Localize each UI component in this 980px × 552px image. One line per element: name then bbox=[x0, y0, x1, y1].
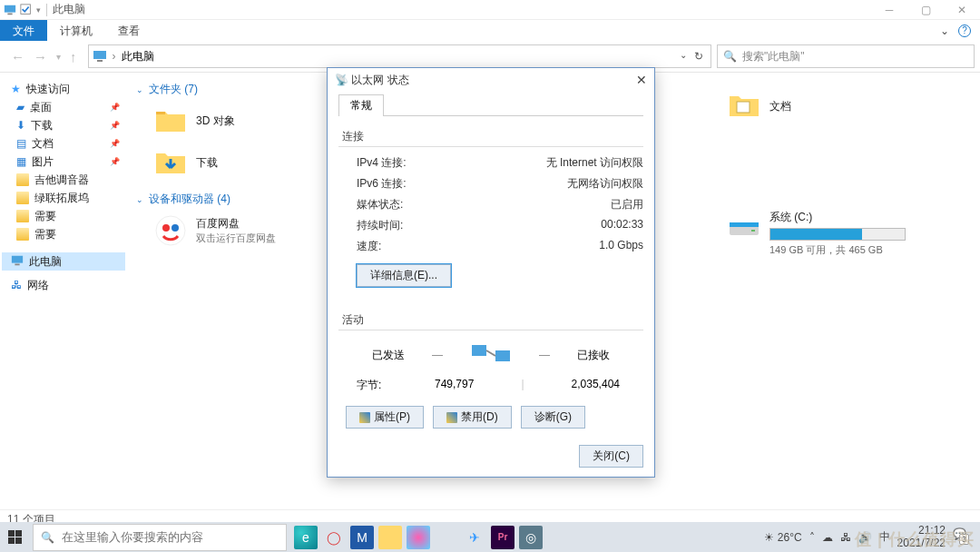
up-button[interactable]: ↑ bbox=[70, 49, 77, 64]
history-dropdown-icon[interactable]: ▾ bbox=[56, 52, 61, 62]
recv-label: 已接收 bbox=[577, 348, 610, 363]
pc-icon bbox=[11, 254, 24, 270]
ime-icon[interactable]: 中 bbox=[879, 529, 890, 545]
download-icon: ⬇ bbox=[16, 119, 25, 132]
maximize-button[interactable]: ▢ bbox=[907, 0, 944, 20]
item-drive-c[interactable]: 系统 (C:) 149 GB 可用，共 465 GB bbox=[720, 206, 976, 261]
app-icon[interactable]: ✈ bbox=[463, 526, 486, 549]
tray-expand-icon[interactable]: ˄ bbox=[809, 531, 815, 544]
svg-rect-17 bbox=[8, 530, 15, 537]
dialog-tabs: 常规 bbox=[338, 94, 643, 116]
search-icon: 🔍 bbox=[41, 531, 54, 544]
ribbon-expand-icon[interactable]: ⌄ bbox=[940, 25, 949, 37]
ribbon: 文件 计算机 查看 ⌄ ? bbox=[0, 20, 980, 41]
minimize-button[interactable]: ─ bbox=[871, 0, 907, 20]
breadcrumb[interactable]: 此电脑 bbox=[122, 49, 154, 64]
help-icon[interactable]: ? bbox=[958, 25, 971, 37]
sidebar-item-documents[interactable]: ▤文档📌 bbox=[2, 134, 125, 153]
sidebar-item-folder[interactable]: 绿联拓展坞 bbox=[2, 189, 125, 207]
details-button[interactable]: 详细信息(E)... bbox=[357, 264, 451, 287]
start-button[interactable] bbox=[0, 522, 31, 552]
bytes-sent: 749,797 bbox=[435, 378, 474, 393]
network-icon[interactable]: 🖧 bbox=[840, 531, 851, 544]
folder-icon[interactable] bbox=[378, 526, 402, 549]
app-icon[interactable]: ◯ bbox=[322, 526, 346, 549]
svg-rect-6 bbox=[15, 263, 19, 265]
svg-rect-11 bbox=[737, 102, 750, 113]
onedrive-icon[interactable]: ☁ bbox=[822, 531, 833, 544]
dialog-close-button[interactable]: ✕ bbox=[636, 73, 647, 87]
folder-icon bbox=[16, 228, 29, 241]
pin-icon: 📌 bbox=[110, 103, 120, 112]
folder-icon bbox=[16, 192, 29, 204]
quick-access-toolbar: ▾ bbox=[4, 4, 41, 16]
back-button[interactable]: ← bbox=[11, 49, 24, 64]
app-icon[interactable] bbox=[435, 526, 458, 549]
volume-icon[interactable]: 🔊 bbox=[858, 531, 872, 544]
clock[interactable]: 21:12 2021/7/22 bbox=[897, 525, 946, 548]
search-box[interactable]: 🔍 搜索"此电脑" bbox=[717, 44, 975, 68]
tab-file[interactable]: 文件 bbox=[0, 20, 47, 41]
sidebar-item-folder[interactable]: 需要 bbox=[2, 225, 125, 243]
app-icon[interactable]: M bbox=[350, 526, 374, 549]
svg-point-10 bbox=[172, 224, 179, 232]
sidebar-item-pictures[interactable]: ▦图片📌 bbox=[2, 153, 125, 171]
tab-view[interactable]: 查看 bbox=[105, 20, 152, 41]
sun-icon: ☀ bbox=[764, 531, 774, 544]
edge-icon[interactable]: e bbox=[294, 526, 318, 549]
chevron-right-icon[interactable]: › bbox=[113, 50, 116, 63]
sidebar-quick-access[interactable]: ★快速访问 bbox=[2, 80, 125, 98]
search-input[interactable] bbox=[62, 530, 279, 544]
dialog-titlebar[interactable]: 📡 以太网 状态 ✕ bbox=[328, 68, 654, 92]
svg-rect-15 bbox=[472, 345, 486, 356]
sidebar-network[interactable]: 🖧网络 bbox=[2, 276, 125, 294]
taskbar-search[interactable]: 🔍 bbox=[33, 524, 287, 551]
picture-icon: ▦ bbox=[16, 155, 26, 168]
bytes-recv: 2,035,404 bbox=[572, 378, 620, 393]
nav-pane: ★快速访问 ▰桌面📌 ⬇下载📌 ▤文档📌 ▦图片📌 吉他调音器 绿联拓展坞 需要… bbox=[0, 73, 127, 509]
app-icon[interactable] bbox=[407, 526, 430, 549]
folder-documents-icon bbox=[728, 89, 760, 124]
svg-rect-0 bbox=[5, 5, 15, 12]
svg-rect-18 bbox=[15, 530, 22, 537]
close-button[interactable]: 关闭(C) bbox=[579, 445, 643, 468]
address-dropdown-icon[interactable]: ⌄ bbox=[680, 50, 687, 63]
qat-dropdown-icon[interactable]: ▾ bbox=[36, 5, 41, 15]
svg-rect-20 bbox=[15, 537, 22, 544]
forward-button[interactable]: → bbox=[34, 49, 47, 64]
folder-icon bbox=[16, 210, 29, 222]
network-icon: 🖧 bbox=[11, 279, 22, 291]
svg-rect-7 bbox=[156, 112, 165, 114]
sidebar-item-folder[interactable]: 吉他调音器 bbox=[2, 171, 125, 189]
svg-rect-1 bbox=[7, 13, 12, 15]
drive-subtext: 149 GB 可用，共 465 GB bbox=[769, 243, 906, 257]
refresh-icon[interactable]: ↻ bbox=[694, 50, 703, 63]
network-icon: 📡 bbox=[335, 74, 348, 86]
window-title: 此电脑 bbox=[53, 2, 85, 17]
sidebar-item-folder[interactable]: 需要 bbox=[2, 207, 125, 225]
item-documents[interactable]: 文档 bbox=[720, 76, 976, 143]
sidebar-item-downloads[interactable]: ⬇下载📌 bbox=[2, 116, 125, 134]
close-button[interactable]: ✕ bbox=[944, 0, 980, 20]
diagnose-button[interactable]: 诊断(G) bbox=[521, 406, 585, 429]
shield-icon bbox=[446, 412, 457, 423]
tab-computer[interactable]: 计算机 bbox=[47, 20, 105, 41]
sidebar-this-pc[interactable]: 此电脑 bbox=[2, 252, 125, 271]
tab-general[interactable]: 常规 bbox=[338, 94, 384, 116]
disable-button[interactable]: 禁用(D) bbox=[433, 406, 512, 429]
premiere-icon[interactable]: Pr bbox=[491, 526, 514, 549]
properties-button[interactable]: 属性(P) bbox=[346, 406, 424, 429]
folder-icon bbox=[154, 104, 187, 137]
pin-icon: 📌 bbox=[110, 139, 120, 148]
app-icon[interactable]: ◎ bbox=[519, 526, 543, 549]
weather-widget[interactable]: ☀26°C bbox=[764, 531, 802, 544]
notifications-icon[interactable]: 💬3 bbox=[953, 527, 973, 547]
address-bar[interactable]: › 此电脑 ⌄ ↻ bbox=[88, 44, 712, 68]
sidebar-item-desktop[interactable]: ▰桌面📌 bbox=[2, 98, 125, 116]
group-connection: 连接 bbox=[338, 123, 643, 147]
baidu-icon bbox=[154, 214, 187, 247]
ethernet-status-dialog: 📡 以太网 状态 ✕ 常规 连接 IPv4 连接:无 Internet 访问权限… bbox=[327, 67, 655, 478]
checkbox-icon[interactable] bbox=[20, 4, 33, 16]
group-activity: 活动 bbox=[338, 307, 643, 330]
svg-rect-16 bbox=[495, 350, 510, 361]
